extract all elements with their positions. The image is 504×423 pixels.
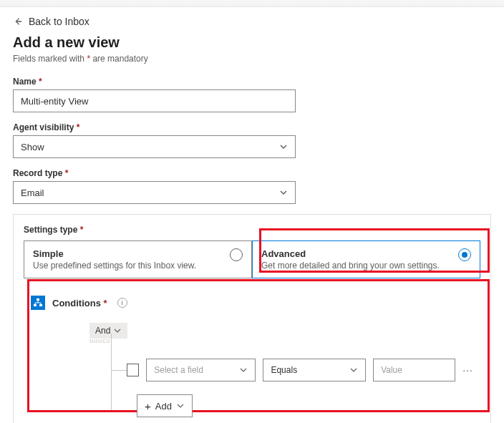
settings-simple-option[interactable]: Simple Use predefined settings for this …: [24, 240, 252, 278]
plus-icon: +: [145, 401, 151, 412]
settings-advanced-title: Advanced: [261, 248, 471, 259]
radio-on-icon: [458, 248, 471, 261]
conditions-title: Conditions *: [52, 298, 107, 308]
settings-advanced-option[interactable]: Advanced Get more detailed and bring you…: [252, 240, 480, 278]
back-link-label: Back to Inbox: [29, 16, 89, 27]
chevron-down-icon: [279, 188, 288, 197]
condition-field-placeholder: Select a field: [154, 365, 203, 375]
add-condition-label: Add: [155, 401, 172, 412]
chevron-down-icon: [349, 366, 358, 374]
condition-field-select[interactable]: Select a field: [146, 359, 256, 381]
agent-visibility-value: Show: [21, 142, 44, 152]
settings-simple-title: Simple: [33, 248, 243, 259]
condition-operator-select[interactable]: Equals: [263, 359, 366, 381]
record-type-label: Record type *: [13, 168, 491, 178]
condition-row: Select a field Equals Value ···: [89, 359, 473, 381]
record-type-select[interactable]: Email: [13, 181, 296, 204]
svg-rect-2: [39, 304, 42, 306]
chevron-down-icon: [113, 326, 122, 335]
name-input[interactable]: [13, 89, 296, 112]
sitemap-icon: [31, 296, 45, 310]
condition-operator-value: Equals: [271, 365, 297, 375]
mandatory-note: Fields marked with * are mandatory: [13, 54, 491, 64]
settings-advanced-desc: Get more detailed and bring your own set…: [261, 261, 471, 271]
radio-off-icon: [230, 248, 243, 261]
name-label: Name *: [13, 77, 491, 87]
back-link[interactable]: Back to Inbox: [13, 16, 89, 27]
settings-type-label: Settings type *: [24, 225, 480, 235]
svg-rect-1: [34, 304, 37, 306]
agent-visibility-label: Agent visibility *: [13, 122, 491, 132]
add-condition-button[interactable]: + Add: [137, 394, 193, 417]
agent-visibility-select[interactable]: Show: [13, 135, 296, 158]
condition-checkbox[interactable]: [127, 364, 139, 376]
condition-value-input[interactable]: Value: [373, 359, 455, 381]
info-icon[interactable]: i: [117, 298, 127, 308]
condition-value-placeholder: Value: [381, 365, 402, 375]
settings-simple-desc: Use predefined settings for this Inbox v…: [33, 261, 243, 271]
chevron-down-icon: [279, 142, 288, 151]
arrow-left-icon: [13, 16, 23, 26]
chevron-down-icon: [176, 402, 185, 410]
logic-operator-label: And: [95, 326, 110, 336]
chevron-down-icon: [239, 366, 248, 374]
settings-panel: Settings type * Simple Use predefined se…: [13, 214, 491, 423]
record-type-value: Email: [21, 188, 44, 198]
condition-more-button[interactable]: ···: [462, 364, 473, 376]
page-title: Add a new view: [13, 34, 491, 51]
logic-operator-select[interactable]: And: [89, 323, 127, 339]
tree-connector: uuucu: [89, 337, 473, 344]
svg-rect-0: [37, 298, 39, 301]
conditions-section: Conditions * i And uuucu Select a field …: [24, 288, 480, 423]
